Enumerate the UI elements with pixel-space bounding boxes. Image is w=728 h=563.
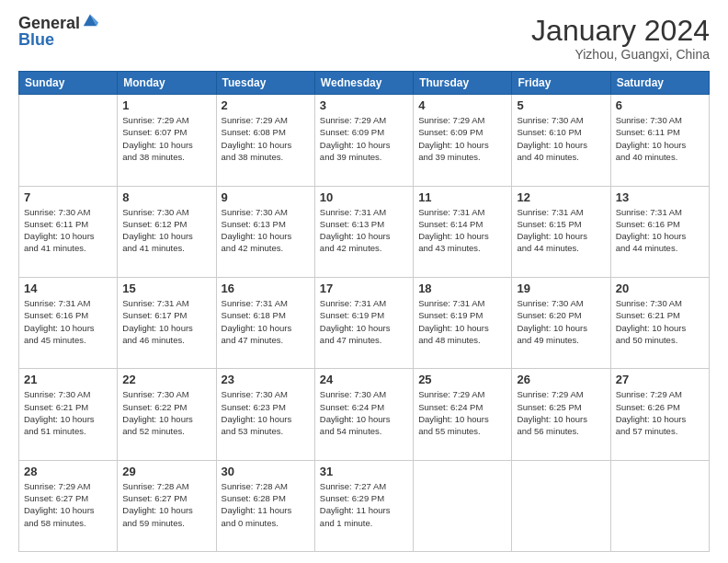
calendar-week-row: 1Sunrise: 7:29 AM Sunset: 6:07 PM Daylig… xyxy=(19,95,710,186)
day-info: Sunrise: 7:28 AM Sunset: 6:27 PM Dayligh… xyxy=(122,480,210,529)
calendar-week-row: 28Sunrise: 7:29 AM Sunset: 6:27 PM Dayli… xyxy=(19,460,710,551)
calendar-header-row: SundayMondayTuesdayWednesdayThursdayFrid… xyxy=(19,72,710,95)
calendar-cell: 22Sunrise: 7:30 AM Sunset: 6:22 PM Dayli… xyxy=(118,369,216,460)
day-number: 8 xyxy=(122,190,210,204)
day-number: 4 xyxy=(418,98,506,112)
calendar-cell: 1Sunrise: 7:29 AM Sunset: 6:07 PM Daylig… xyxy=(118,95,216,186)
day-number: 30 xyxy=(222,465,310,478)
calendar-cell: 8Sunrise: 7:30 AM Sunset: 6:12 PM Daylig… xyxy=(118,186,216,277)
calendar-cell: 4Sunrise: 7:29 AM Sunset: 6:09 PM Daylig… xyxy=(414,95,512,186)
calendar-page: General Blue January 2024 Yizhou, Guangx… xyxy=(0,0,728,563)
title-area: January 2024 Yizhou, Guangxi, China xyxy=(531,15,710,62)
calendar-cell: 11Sunrise: 7:31 AM Sunset: 6:14 PM Dayli… xyxy=(414,186,512,277)
calendar-cell: 28Sunrise: 7:29 AM Sunset: 6:27 PM Dayli… xyxy=(19,460,118,551)
day-info: Sunrise: 7:30 AM Sunset: 6:20 PM Dayligh… xyxy=(517,297,605,346)
calendar-day-header: Saturday xyxy=(610,72,709,95)
calendar-table: SundayMondayTuesdayWednesdayThursdayFrid… xyxy=(18,71,710,552)
logo-general: General xyxy=(18,15,80,31)
calendar-cell: 12Sunrise: 7:31 AM Sunset: 6:15 PM Dayli… xyxy=(512,186,610,277)
day-info: Sunrise: 7:30 AM Sunset: 6:10 PM Dayligh… xyxy=(517,114,605,163)
day-number: 15 xyxy=(122,282,210,295)
day-info: Sunrise: 7:31 AM Sunset: 6:15 PM Dayligh… xyxy=(517,206,605,255)
day-number: 19 xyxy=(517,282,605,295)
calendar-cell: 29Sunrise: 7:28 AM Sunset: 6:27 PM Dayli… xyxy=(118,460,216,551)
day-number: 22 xyxy=(122,373,210,386)
calendar-week-row: 21Sunrise: 7:30 AM Sunset: 6:21 PM Dayli… xyxy=(19,369,710,460)
calendar-week-row: 7Sunrise: 7:30 AM Sunset: 6:11 PM Daylig… xyxy=(19,186,710,277)
day-info: Sunrise: 7:29 AM Sunset: 6:24 PM Dayligh… xyxy=(418,388,506,437)
calendar-cell: 23Sunrise: 7:30 AM Sunset: 6:23 PM Dayli… xyxy=(216,369,314,460)
day-number: 23 xyxy=(222,373,310,386)
logo-area: General Blue xyxy=(18,15,98,48)
day-number: 28 xyxy=(24,465,112,478)
day-info: Sunrise: 7:30 AM Sunset: 6:23 PM Dayligh… xyxy=(222,388,310,437)
day-number: 31 xyxy=(320,465,408,478)
day-info: Sunrise: 7:30 AM Sunset: 6:22 PM Dayligh… xyxy=(122,388,210,437)
calendar-cell: 13Sunrise: 7:31 AM Sunset: 6:16 PM Dayli… xyxy=(610,186,709,277)
calendar-week-row: 14Sunrise: 7:31 AM Sunset: 6:16 PM Dayli… xyxy=(19,277,710,368)
day-info: Sunrise: 7:31 AM Sunset: 6:14 PM Dayligh… xyxy=(418,206,506,255)
day-info: Sunrise: 7:31 AM Sunset: 6:18 PM Dayligh… xyxy=(222,297,310,346)
calendar-cell: 19Sunrise: 7:30 AM Sunset: 6:20 PM Dayli… xyxy=(512,277,610,368)
day-info: Sunrise: 7:27 AM Sunset: 6:29 PM Dayligh… xyxy=(320,480,408,529)
calendar-cell xyxy=(610,460,709,551)
calendar-cell: 25Sunrise: 7:29 AM Sunset: 6:24 PM Dayli… xyxy=(414,369,512,460)
day-number: 18 xyxy=(418,282,506,295)
day-info: Sunrise: 7:29 AM Sunset: 6:27 PM Dayligh… xyxy=(24,480,112,529)
calendar-cell: 18Sunrise: 7:31 AM Sunset: 6:19 PM Dayli… xyxy=(414,277,512,368)
calendar-day-header: Thursday xyxy=(414,72,512,95)
calendar-day-header: Sunday xyxy=(19,72,118,95)
logo-icon xyxy=(82,11,98,28)
day-info: Sunrise: 7:29 AM Sunset: 6:07 PM Dayligh… xyxy=(122,114,210,163)
calendar-cell: 6Sunrise: 7:30 AM Sunset: 6:11 PM Daylig… xyxy=(610,95,709,186)
day-number: 24 xyxy=(320,373,408,386)
calendar-cell xyxy=(414,460,512,551)
calendar-cell: 31Sunrise: 7:27 AM Sunset: 6:29 PM Dayli… xyxy=(314,460,413,551)
day-number: 12 xyxy=(517,190,605,204)
location: Yizhou, Guangxi, China xyxy=(531,47,710,62)
day-info: Sunrise: 7:29 AM Sunset: 6:25 PM Dayligh… xyxy=(517,388,605,437)
calendar-day-header: Friday xyxy=(512,72,610,95)
day-number: 2 xyxy=(222,98,310,112)
day-number: 20 xyxy=(616,282,704,295)
day-info: Sunrise: 7:29 AM Sunset: 6:09 PM Dayligh… xyxy=(418,114,506,163)
calendar-cell: 24Sunrise: 7:30 AM Sunset: 6:24 PM Dayli… xyxy=(314,369,413,460)
header: General Blue January 2024 Yizhou, Guangx… xyxy=(18,15,710,62)
calendar-cell: 15Sunrise: 7:31 AM Sunset: 6:17 PM Dayli… xyxy=(118,277,216,368)
day-info: Sunrise: 7:30 AM Sunset: 6:24 PM Dayligh… xyxy=(320,388,408,437)
calendar-cell: 10Sunrise: 7:31 AM Sunset: 6:13 PM Dayli… xyxy=(314,186,413,277)
calendar-day-header: Monday xyxy=(118,72,216,95)
calendar-cell: 26Sunrise: 7:29 AM Sunset: 6:25 PM Dayli… xyxy=(512,369,610,460)
day-info: Sunrise: 7:30 AM Sunset: 6:11 PM Dayligh… xyxy=(24,206,112,255)
day-number: 16 xyxy=(222,282,310,295)
month-title: January 2024 xyxy=(531,15,710,47)
calendar-cell: 9Sunrise: 7:30 AM Sunset: 6:13 PM Daylig… xyxy=(216,186,314,277)
calendar-cell: 3Sunrise: 7:29 AM Sunset: 6:09 PM Daylig… xyxy=(314,95,413,186)
logo-text: General Blue xyxy=(18,15,80,48)
day-number: 13 xyxy=(616,190,704,204)
day-number: 7 xyxy=(24,190,112,204)
day-info: Sunrise: 7:31 AM Sunset: 6:19 PM Dayligh… xyxy=(320,297,408,346)
day-info: Sunrise: 7:31 AM Sunset: 6:13 PM Dayligh… xyxy=(320,206,408,255)
calendar-day-header: Tuesday xyxy=(216,72,314,95)
day-number: 26 xyxy=(517,373,605,386)
day-info: Sunrise: 7:30 AM Sunset: 6:13 PM Dayligh… xyxy=(222,206,310,255)
calendar-cell: 16Sunrise: 7:31 AM Sunset: 6:18 PM Dayli… xyxy=(216,277,314,368)
day-info: Sunrise: 7:30 AM Sunset: 6:12 PM Dayligh… xyxy=(122,206,210,255)
day-info: Sunrise: 7:30 AM Sunset: 6:21 PM Dayligh… xyxy=(24,388,112,437)
calendar-cell: 7Sunrise: 7:30 AM Sunset: 6:11 PM Daylig… xyxy=(19,186,118,277)
day-info: Sunrise: 7:29 AM Sunset: 6:26 PM Dayligh… xyxy=(616,388,704,437)
calendar-cell: 20Sunrise: 7:30 AM Sunset: 6:21 PM Dayli… xyxy=(610,277,709,368)
calendar-cell xyxy=(19,95,118,186)
calendar-cell: 5Sunrise: 7:30 AM Sunset: 6:10 PM Daylig… xyxy=(512,95,610,186)
day-info: Sunrise: 7:29 AM Sunset: 6:08 PM Dayligh… xyxy=(222,114,310,163)
day-number: 9 xyxy=(222,190,310,204)
day-number: 5 xyxy=(517,98,605,112)
day-number: 6 xyxy=(616,98,704,112)
calendar-cell: 14Sunrise: 7:31 AM Sunset: 6:16 PM Dayli… xyxy=(19,277,118,368)
day-number: 3 xyxy=(320,98,408,112)
calendar-cell: 21Sunrise: 7:30 AM Sunset: 6:21 PM Dayli… xyxy=(19,369,118,460)
calendar-cell xyxy=(512,460,610,551)
day-number: 25 xyxy=(418,373,506,386)
calendar-day-header: Wednesday xyxy=(314,72,413,95)
